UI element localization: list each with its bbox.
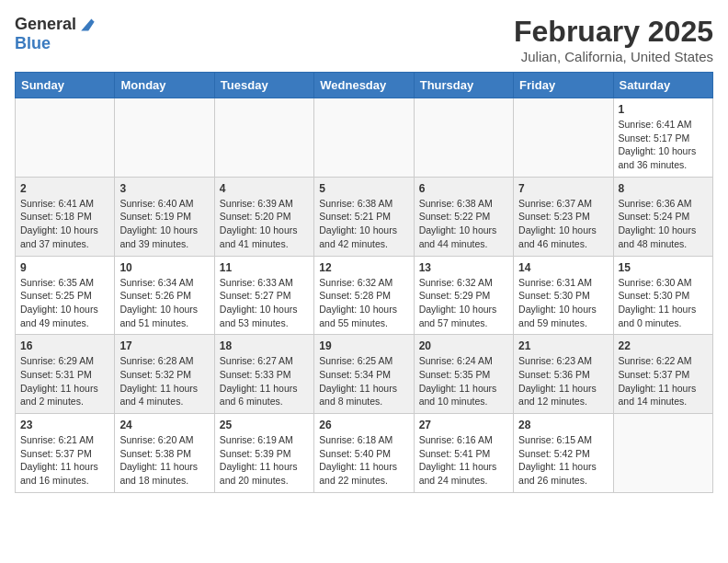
day-info: Sunrise: 6:38 AM Sunset: 5:21 PM Dayligh… (319, 197, 408, 251)
calendar-cell: 24Sunrise: 6:20 AM Sunset: 5:38 PM Dayli… (115, 414, 214, 493)
day-info: Sunrise: 6:31 AM Sunset: 5:30 PM Dayligh… (518, 276, 608, 330)
day-number: 16 (20, 339, 109, 352)
calendar-cell (613, 414, 712, 493)
day-info: Sunrise: 6:32 AM Sunset: 5:28 PM Dayligh… (319, 276, 408, 330)
day-info: Sunrise: 6:30 AM Sunset: 5:30 PM Dayligh… (619, 276, 708, 330)
day-info: Sunrise: 6:39 AM Sunset: 5:20 PM Dayligh… (220, 197, 309, 251)
calendar-cell: 1Sunrise: 6:41 AM Sunset: 5:17 PM Daylig… (613, 98, 712, 178)
title-block: February 2025 Julian, California, United… (514, 15, 713, 64)
calendar-week-row: 2Sunrise: 6:41 AM Sunset: 5:18 PM Daylig… (16, 177, 713, 256)
calendar-cell: 6Sunrise: 6:38 AM Sunset: 5:22 PM Daylig… (414, 177, 513, 256)
day-info: Sunrise: 6:32 AM Sunset: 5:29 PM Dayligh… (419, 276, 508, 330)
logo-icon (78, 16, 100, 34)
day-number: 24 (119, 419, 209, 431)
day-number: 19 (319, 339, 408, 352)
day-info: Sunrise: 6:27 AM Sunset: 5:33 PM Dayligh… (220, 354, 309, 408)
day-info: Sunrise: 6:28 AM Sunset: 5:32 PM Dayligh… (119, 354, 209, 408)
calendar-cell: 8Sunrise: 6:36 AM Sunset: 5:24 PM Daylig… (613, 177, 712, 256)
day-number: 28 (518, 419, 608, 431)
calendar-cell: 9Sunrise: 6:35 AM Sunset: 5:25 PM Daylig… (16, 256, 115, 335)
calendar-cell: 10Sunrise: 6:34 AM Sunset: 5:26 PM Dayli… (115, 256, 214, 335)
logo-blue: Blue (15, 34, 100, 53)
day-info: Sunrise: 6:29 AM Sunset: 5:31 PM Dayligh… (20, 354, 109, 408)
calendar-week-row: 23Sunrise: 6:21 AM Sunset: 5:37 PM Dayli… (16, 414, 713, 493)
day-number: 14 (518, 261, 608, 274)
day-info: Sunrise: 6:37 AM Sunset: 5:23 PM Dayligh… (518, 197, 608, 251)
weekday-header-wednesday: Wednesday (314, 73, 414, 98)
calendar-cell (214, 98, 313, 178)
day-number: 7 (518, 182, 608, 195)
calendar-cell: 14Sunrise: 6:31 AM Sunset: 5:30 PM Dayli… (514, 256, 613, 335)
day-number: 20 (419, 339, 508, 352)
weekday-header-friday: Friday (514, 73, 613, 98)
calendar-table: SundayMondayTuesdayWednesdayThursdayFrid… (15, 72, 713, 493)
calendar-cell: 23Sunrise: 6:21 AM Sunset: 5:37 PM Dayli… (16, 414, 115, 493)
main-title: February 2025 (514, 15, 713, 49)
day-number: 18 (220, 339, 309, 352)
calendar-cell (16, 98, 115, 178)
day-number: 15 (619, 261, 708, 274)
day-number: 12 (319, 261, 408, 274)
day-info: Sunrise: 6:18 AM Sunset: 5:40 PM Dayligh… (319, 433, 408, 488)
day-info: Sunrise: 6:41 AM Sunset: 5:18 PM Dayligh… (20, 197, 109, 251)
calendar-cell: 3Sunrise: 6:40 AM Sunset: 5:19 PM Daylig… (115, 177, 214, 256)
logo-general: General (15, 15, 76, 34)
calendar-cell: 22Sunrise: 6:22 AM Sunset: 5:37 PM Dayli… (613, 335, 712, 414)
day-number: 1 (619, 103, 708, 116)
day-info: Sunrise: 6:24 AM Sunset: 5:35 PM Dayligh… (419, 354, 508, 408)
calendar-week-row: 9Sunrise: 6:35 AM Sunset: 5:25 PM Daylig… (16, 256, 713, 335)
svg-marker-0 (81, 18, 98, 30)
day-info: Sunrise: 6:41 AM Sunset: 5:17 PM Dayligh… (619, 118, 708, 172)
day-number: 22 (619, 339, 708, 352)
day-number: 9 (20, 261, 109, 274)
day-number: 23 (20, 419, 109, 431)
day-number: 21 (518, 339, 608, 352)
calendar-cell: 5Sunrise: 6:38 AM Sunset: 5:21 PM Daylig… (314, 177, 414, 256)
day-number: 4 (220, 182, 309, 195)
day-info: Sunrise: 6:21 AM Sunset: 5:37 PM Dayligh… (20, 433, 109, 488)
day-info: Sunrise: 6:38 AM Sunset: 5:22 PM Dayligh… (419, 197, 508, 251)
calendar-cell: 18Sunrise: 6:27 AM Sunset: 5:33 PM Dayli… (214, 335, 313, 414)
day-number: 5 (319, 182, 408, 195)
day-number: 10 (119, 261, 209, 274)
calendar-cell: 21Sunrise: 6:23 AM Sunset: 5:36 PM Dayli… (514, 335, 613, 414)
calendar-cell: 19Sunrise: 6:25 AM Sunset: 5:34 PM Dayli… (314, 335, 414, 414)
day-info: Sunrise: 6:33 AM Sunset: 5:27 PM Dayligh… (220, 276, 309, 330)
day-info: Sunrise: 6:15 AM Sunset: 5:42 PM Dayligh… (518, 433, 608, 488)
calendar-cell: 13Sunrise: 6:32 AM Sunset: 5:29 PM Dayli… (414, 256, 513, 335)
day-number: 25 (220, 419, 309, 431)
page-header: General Blue February 2025 Julian, Calif… (15, 15, 713, 64)
calendar-cell: 28Sunrise: 6:15 AM Sunset: 5:42 PM Dayli… (514, 414, 613, 493)
calendar-week-row: 16Sunrise: 6:29 AM Sunset: 5:31 PM Dayli… (16, 335, 713, 414)
calendar-cell: 25Sunrise: 6:19 AM Sunset: 5:39 PM Dayli… (214, 414, 313, 493)
weekday-header-saturday: Saturday (613, 73, 712, 98)
calendar-cell (314, 98, 414, 178)
day-number: 11 (220, 261, 309, 274)
calendar-cell (115, 98, 214, 178)
calendar-cell: 20Sunrise: 6:24 AM Sunset: 5:35 PM Dayli… (414, 335, 513, 414)
day-info: Sunrise: 6:40 AM Sunset: 5:19 PM Dayligh… (119, 197, 209, 251)
calendar-cell (414, 98, 513, 178)
logo: General Blue (15, 15, 100, 53)
day-info: Sunrise: 6:34 AM Sunset: 5:26 PM Dayligh… (119, 276, 209, 330)
day-info: Sunrise: 6:35 AM Sunset: 5:25 PM Dayligh… (20, 276, 109, 330)
day-number: 8 (619, 182, 708, 195)
weekday-header-tuesday: Tuesday (214, 73, 313, 98)
day-info: Sunrise: 6:36 AM Sunset: 5:24 PM Dayligh… (619, 197, 708, 251)
day-number: 13 (419, 261, 508, 274)
calendar-cell: 15Sunrise: 6:30 AM Sunset: 5:30 PM Dayli… (613, 256, 712, 335)
day-number: 17 (119, 339, 209, 352)
weekday-header-thursday: Thursday (414, 73, 513, 98)
day-info: Sunrise: 6:22 AM Sunset: 5:37 PM Dayligh… (619, 354, 708, 408)
day-number: 26 (319, 419, 408, 431)
calendar-cell: 27Sunrise: 6:16 AM Sunset: 5:41 PM Dayli… (414, 414, 513, 493)
calendar-cell: 12Sunrise: 6:32 AM Sunset: 5:28 PM Dayli… (314, 256, 414, 335)
calendar-cell (514, 98, 613, 178)
day-info: Sunrise: 6:19 AM Sunset: 5:39 PM Dayligh… (220, 433, 309, 488)
calendar-cell: 17Sunrise: 6:28 AM Sunset: 5:32 PM Dayli… (115, 335, 214, 414)
day-number: 3 (119, 182, 209, 195)
calendar-cell: 7Sunrise: 6:37 AM Sunset: 5:23 PM Daylig… (514, 177, 613, 256)
day-info: Sunrise: 6:20 AM Sunset: 5:38 PM Dayligh… (119, 433, 209, 488)
day-info: Sunrise: 6:23 AM Sunset: 5:36 PM Dayligh… (518, 354, 608, 408)
weekday-header-row: SundayMondayTuesdayWednesdayThursdayFrid… (16, 73, 713, 98)
